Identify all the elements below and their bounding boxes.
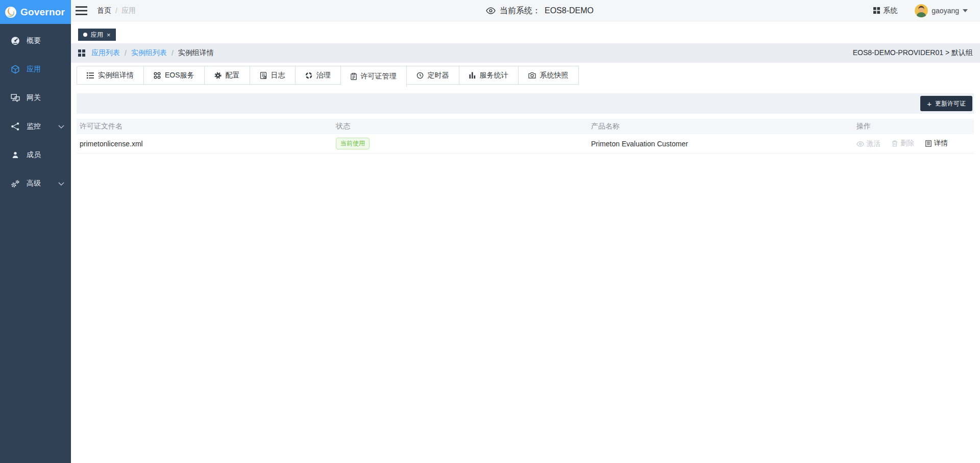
dot-icon <box>83 33 87 37</box>
tab-instance-group-detail[interactable]: 实例组详情 <box>77 66 144 85</box>
detail-doc-icon <box>925 140 932 147</box>
page-tab-applications[interactable]: 应用 × <box>78 29 116 41</box>
tab-governance[interactable]: 治理 <box>296 66 341 85</box>
tab-system-snapshot[interactable]: 系统快照 <box>519 66 579 85</box>
tab-service-statistics[interactable]: 服务统计 <box>459 66 519 85</box>
open-page-tabs-strip: 应用 × <box>71 21 980 43</box>
caret-down-icon[interactable] <box>963 9 968 12</box>
tab-license-management[interactable]: 许可证管理 <box>341 66 407 87</box>
current-system-indicator: 当前系统： EOS8-DEMO <box>486 0 594 21</box>
tab-logs[interactable]: 日志 <box>250 66 296 85</box>
list-icon <box>87 72 94 79</box>
brand-logo[interactable]: Governor <box>0 0 71 24</box>
sidebar-item-monitoring[interactable]: 监控 <box>0 112 71 141</box>
detail-action[interactable]: 详情 <box>925 139 948 148</box>
eye-icon <box>856 141 864 147</box>
tab-label: 配置 <box>226 71 240 80</box>
breadcrumb-separator: / <box>125 49 127 57</box>
instance-group-context: EOS8-DEMO-PROVIDER01 > 默认组 <box>853 48 973 58</box>
services-nodes-icon <box>154 72 161 79</box>
sidebar-item-gateway[interactable]: 网关 <box>0 84 71 112</box>
detail-tab-bar: 实例组详情 EOS服务 配置 <box>71 66 980 88</box>
tab-label: 许可证管理 <box>361 72 397 81</box>
monitor-share-icon <box>11 122 20 131</box>
sidebar-item-label: 高级 <box>27 179 41 188</box>
topbar-right: 系统 gaoyang <box>873 4 968 17</box>
timer-clock-icon <box>416 72 424 79</box>
status-badge: 当前使用 <box>336 138 370 149</box>
top-bar: 首页 / 应用 当前系统： EOS8-DEMO <box>71 0 980 21</box>
tab-timers[interactable]: 定时器 <box>407 66 459 85</box>
swirl-sphere-icon <box>5 6 17 18</box>
member-person-icon <box>11 150 20 160</box>
tab-label: EOS服务 <box>165 71 194 80</box>
breadcrumb-home-link[interactable]: 首页 <box>97 6 111 15</box>
breadcrumb-separator: / <box>172 49 174 57</box>
hamburger-icon[interactable] <box>76 6 87 15</box>
activate-action[interactable]: 激活 <box>856 139 880 148</box>
delete-action[interactable]: 删除 <box>892 139 914 148</box>
brand-name: Governor <box>20 7 65 18</box>
column-header-actions: 操作 <box>856 122 974 131</box>
tab-label: 定时器 <box>428 71 449 80</box>
tab-eos-services[interactable]: EOS服务 <box>144 66 205 85</box>
page-tab-label: 应用 <box>91 31 103 39</box>
user-avatar[interactable] <box>915 4 928 17</box>
breadcrumb-bar: 应用列表 / 实例组列表 / 实例组详情 EOS8-DEMO-PROVIDER0… <box>71 43 980 63</box>
current-system-label: 当前系统： <box>500 6 541 16</box>
sidebar-item-applications[interactable]: 应用 <box>0 55 71 84</box>
tab-label: 治理 <box>316 71 331 80</box>
sidebar-item-label: 监控 <box>27 122 41 131</box>
dashboard-gauge-icon <box>11 36 20 45</box>
activate-label: 激活 <box>867 139 880 148</box>
sidebar-item-label: 应用 <box>27 65 41 74</box>
column-header-filename: 许可证文件名 <box>77 122 336 131</box>
breadcrumb-separator: / <box>115 7 117 15</box>
sidebar-item-overview[interactable]: 概要 <box>0 27 71 55</box>
breadcrumb-current: 应用 <box>121 6 136 15</box>
update-license-button[interactable]: + 更新许可证 <box>920 96 972 111</box>
tab-label: 系统快照 <box>540 71 569 80</box>
tab-label: 实例组详情 <box>98 71 134 80</box>
tab-configuration[interactable]: 配置 <box>205 66 250 85</box>
camera-icon <box>528 72 536 79</box>
topbar-breadcrumb: 首页 / 应用 <box>97 6 136 15</box>
eye-icon <box>486 7 496 14</box>
delete-label: 删除 <box>900 139 914 148</box>
sidebar-item-label: 成员 <box>27 150 41 160</box>
breadcrumb-link-app-list[interactable]: 应用列表 <box>91 48 120 58</box>
chevron-down-icon <box>58 125 64 128</box>
table-header-row: 许可证文件名 状态 产品名称 操作 <box>77 119 974 134</box>
governance-circle-icon <box>305 72 312 79</box>
column-header-status: 状态 <box>336 122 591 131</box>
bar-chart-icon <box>469 72 476 79</box>
breadcrumb-link-instance-group-list[interactable]: 实例组列表 <box>131 48 167 58</box>
breadcrumb-current-page: 实例组详情 <box>178 48 214 58</box>
chevron-down-icon <box>58 182 64 186</box>
table-row: primetonlicense.xml 当前使用 Primeton Evalua… <box>77 134 974 153</box>
license-toolbar: + 更新许可证 <box>77 93 974 114</box>
log-file-icon <box>260 72 267 79</box>
detail-label: 详情 <box>934 139 948 148</box>
advanced-gears-icon <box>11 179 20 188</box>
product-name: Primeton Evaluation Customer <box>591 140 856 148</box>
grid-icon <box>873 7 880 14</box>
sidebar-item-advanced[interactable]: 高级 <box>0 169 71 198</box>
current-system-value: EOS8-DEMO <box>545 6 594 15</box>
license-filename: primetonlicense.xml <box>77 140 336 148</box>
tab-label: 日志 <box>271 71 285 80</box>
sidebar-item-members[interactable]: 成员 <box>0 141 71 169</box>
gateway-monitors-icon <box>11 93 20 102</box>
row-actions: 激活 删除 <box>856 139 974 148</box>
app-cube-icon <box>11 65 20 74</box>
close-icon[interactable]: × <box>107 32 111 38</box>
system-menu-button[interactable]: 系统 <box>873 6 897 15</box>
gear-icon <box>214 72 222 79</box>
user-name[interactable]: gaoyang <box>932 7 959 15</box>
sidebar: 概要 应用 网关 <box>0 24 71 463</box>
sidebar-item-label: 网关 <box>27 93 41 102</box>
plus-icon: + <box>927 100 932 108</box>
trash-icon <box>892 140 898 147</box>
update-license-label: 更新许可证 <box>935 99 966 108</box>
grid-icon <box>78 49 85 57</box>
